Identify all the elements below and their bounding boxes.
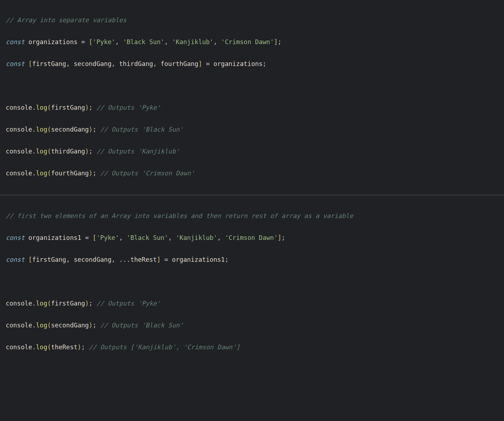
dot: . <box>32 148 36 155</box>
ident-secondGang: secondGang <box>51 126 89 133</box>
comma: , <box>153 60 161 67</box>
comment: // Outputs 'Pyke' <box>96 104 161 111</box>
bracket-close: ] <box>278 234 282 241</box>
comma: , <box>66 256 74 263</box>
paren-close: ) <box>89 170 93 177</box>
semicolon: ; <box>89 300 93 307</box>
comment: // Outputs 'Black Sun' <box>100 126 183 133</box>
bracket-open: [ <box>89 38 93 46</box>
comment: // Outputs ['Kanjiklub', 'Crimson Dawn'] <box>89 344 240 351</box>
ident-console: console <box>6 126 32 133</box>
code-line: const organizations1 = ['Pyke', 'Black S… <box>6 232 498 243</box>
equals: = <box>202 60 214 67</box>
ident-thirdGang: thirdGang <box>51 148 85 155</box>
comma: , <box>115 38 123 46</box>
code-line: console.log(fourthGang); // Outputs 'Cri… <box>6 168 498 179</box>
string: 'Kanjiklub' <box>176 234 217 241</box>
ident-console: console <box>6 104 32 111</box>
code-line: console.log(firstGang); // Outputs 'Pyke… <box>6 298 498 309</box>
semicolon: ; <box>225 256 229 263</box>
comment: // first two elements of an Array into v… <box>6 212 353 219</box>
ident-theRest: theRest <box>51 344 77 351</box>
equals: = <box>161 256 172 263</box>
comma: , <box>66 60 74 67</box>
semicolon: ; <box>278 38 282 46</box>
prop-log: log <box>36 344 47 351</box>
ident-fourthGang: fourthGang <box>161 60 198 67</box>
ident-firstGang: firstGang <box>51 300 85 307</box>
ident-firstGang: firstGang <box>32 256 66 263</box>
semicolon: ; <box>81 344 85 351</box>
semicolon: ; <box>89 104 93 111</box>
string: 'Black Sun' <box>127 234 168 241</box>
comment: // Outputs 'Crimson Dawn' <box>100 170 194 177</box>
code-block-1[interactable]: // Array into separate variables const o… <box>0 4 504 190</box>
code-line: const organizations = ['Pyke', 'Black Su… <box>6 37 498 48</box>
dot: . <box>32 300 36 307</box>
code-line: const [firstGang, secondGang, thirdGang,… <box>6 58 498 70</box>
prop-log: log <box>36 300 47 307</box>
ident-theRest: theRest <box>130 256 157 263</box>
keyword-const: const <box>6 234 25 241</box>
comma: , <box>217 234 225 241</box>
comma: , <box>165 38 172 46</box>
code-line: console.log(secondGang); // Outputs 'Bla… <box>6 320 498 331</box>
blank-line <box>6 80 498 91</box>
semicolon: ; <box>281 234 285 241</box>
code-line: console.log(secondGang); // Outputs 'Bla… <box>6 124 498 135</box>
divider <box>0 195 504 195</box>
paren-close: ) <box>85 148 89 155</box>
dot: . <box>32 322 36 329</box>
equals: = <box>77 38 89 46</box>
code-block-2[interactable]: // first two elements of an Array into v… <box>0 200 504 421</box>
prop-log: log <box>36 104 47 111</box>
comma: , <box>168 234 176 241</box>
keyword-const: const <box>6 256 25 263</box>
ident-thirdGang: thirdGang <box>119 60 153 67</box>
blank-line <box>6 276 498 287</box>
string: 'Kanjiklub' <box>172 38 214 46</box>
string: 'Black Sun' <box>123 38 165 46</box>
bracket-close: ] <box>274 38 278 46</box>
paren-close: ) <box>77 344 81 351</box>
dot: . <box>32 344 36 351</box>
keyword-const: const <box>6 60 25 67</box>
paren-open: ( <box>47 322 51 329</box>
paren-open: ( <box>47 170 51 177</box>
code-line: // first two elements of an Array into v… <box>6 210 498 222</box>
comment: // Outputs 'Kanjiklub' <box>96 148 180 155</box>
ident-firstGang: firstGang <box>32 60 66 67</box>
ident-console: console <box>6 322 32 329</box>
string: 'Crimson Dawn' <box>225 234 278 241</box>
paren-close: ) <box>85 104 89 111</box>
bracket-open: [ <box>28 60 32 67</box>
paren-close: ) <box>89 322 93 329</box>
paren-close: ) <box>85 300 89 307</box>
ident-console: console <box>6 148 32 155</box>
comment: // Outputs 'Black Sun' <box>100 322 183 329</box>
comma: , <box>111 256 119 263</box>
bracket-open: [ <box>28 256 32 263</box>
code-line: const [firstGang, secondGang, ...theRest… <box>6 254 498 265</box>
ident-firstGang: firstGang <box>51 104 85 111</box>
ident-secondGang: secondGang <box>74 60 111 67</box>
ident-secondGang: secondGang <box>74 256 111 263</box>
ident-console: console <box>6 170 32 177</box>
comma: , <box>214 38 221 46</box>
ident-console: console <box>6 300 32 307</box>
ident-organizations: organizations <box>28 38 77 46</box>
equals: = <box>81 234 93 241</box>
ident-organizations1: organizations1 <box>172 256 225 263</box>
semicolon: ; <box>92 126 96 133</box>
paren-close: ) <box>89 126 93 133</box>
paren-open: ( <box>47 104 51 111</box>
bracket-close: ] <box>157 256 161 263</box>
string: 'Pyke' <box>96 234 119 241</box>
comment: // Outputs 'Pyke' <box>96 300 161 307</box>
dot: . <box>32 104 36 111</box>
paren-open: ( <box>47 148 51 155</box>
string: 'Crimson Dawn' <box>221 38 274 46</box>
paren-open: ( <box>47 300 51 307</box>
semicolon: ; <box>92 322 96 329</box>
keyword-const: const <box>6 38 25 46</box>
